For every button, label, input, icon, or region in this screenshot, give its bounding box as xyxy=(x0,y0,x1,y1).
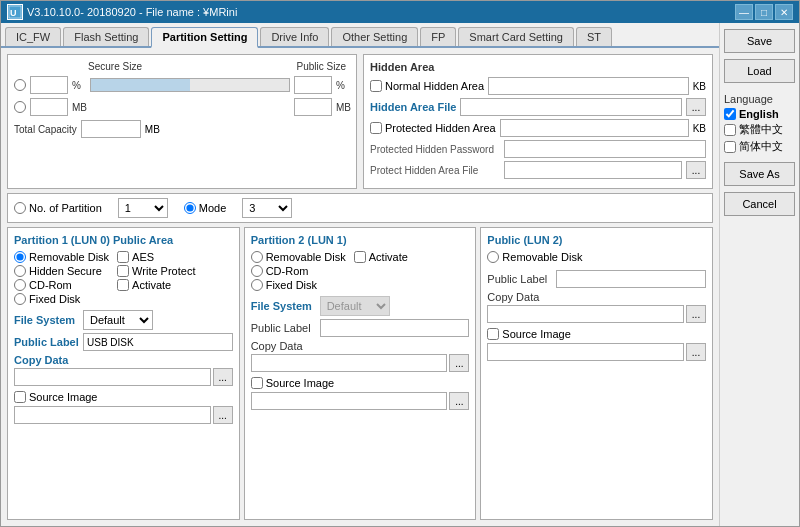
p2-fixed-label[interactable]: Fixed Disk xyxy=(251,279,346,291)
protected-hidden-input[interactable] xyxy=(500,119,689,137)
p2-copy-data-input[interactable] xyxy=(251,354,448,372)
hidden-area-file-browse[interactable]: ... xyxy=(686,98,706,116)
p1-aes-checkbox[interactable] xyxy=(117,251,129,263)
protected-hidden-checkbox[interactable] xyxy=(370,122,382,134)
save-as-button[interactable]: Save As xyxy=(724,162,795,186)
normal-hidden-checkbox[interactable] xyxy=(370,80,382,92)
p1-fixed-radio[interactable] xyxy=(14,293,26,305)
normal-hidden-input[interactable] xyxy=(488,77,689,95)
size-slider-container xyxy=(90,78,290,92)
p1-write-protect-checkbox[interactable] xyxy=(117,265,129,277)
load-button[interactable]: Load xyxy=(724,59,795,83)
p2-source-image-label[interactable]: Source Image xyxy=(251,377,334,389)
p2-activate-checkbox[interactable] xyxy=(354,251,366,263)
tab-drive-info[interactable]: Drive Info xyxy=(260,27,329,46)
p1-copy-data-input[interactable] xyxy=(14,368,211,386)
p3-copy-data-input[interactable] xyxy=(487,305,684,323)
tab-st[interactable]: ST xyxy=(576,27,612,46)
p1-activate-label[interactable]: Activate xyxy=(117,279,195,291)
p1-removable-radio[interactable] xyxy=(14,251,26,263)
secure-size-mb-input[interactable] xyxy=(30,98,68,116)
p1-activate-checkbox[interactable] xyxy=(117,279,129,291)
tab-fp[interactable]: FP xyxy=(420,27,456,46)
tab-other-setting[interactable]: Other Setting xyxy=(331,27,418,46)
p2-source-image-input[interactable] xyxy=(251,392,448,410)
p3-removable-label[interactable]: Removable Disk xyxy=(487,251,706,263)
p2-source-image-checkbox[interactable] xyxy=(251,377,263,389)
p1-copy-data-row: Copy Data ... xyxy=(14,354,233,386)
protect-file-browse[interactable]: ... xyxy=(686,161,706,179)
p2-activate-label[interactable]: Activate xyxy=(354,251,408,263)
mode-select[interactable]: 1 2 3 4 xyxy=(242,198,292,218)
p1-copy-data-browse[interactable]: ... xyxy=(213,368,233,386)
p1-source-image-input[interactable] xyxy=(14,406,211,424)
tab-flash-setting[interactable]: Flash Setting xyxy=(63,27,149,46)
lang-zh-tw-label[interactable]: 繁體中文 xyxy=(724,122,795,137)
lang-zh-cn-checkbox[interactable] xyxy=(724,141,736,153)
size-percent-radio[interactable] xyxy=(14,79,26,91)
p2-fixed-radio[interactable] xyxy=(251,279,263,291)
secure-size-percent-input[interactable] xyxy=(30,76,68,94)
p1-cdrom-label[interactable]: CD-Rom xyxy=(14,279,109,291)
hidden-area-file-input[interactable] xyxy=(460,98,682,116)
p1-write-protect-label[interactable]: Write Protect xyxy=(117,265,195,277)
total-capacity-input[interactable] xyxy=(81,120,141,138)
lang-english-label[interactable]: English xyxy=(724,108,795,120)
p1-source-image-label[interactable]: Source Image xyxy=(14,391,97,403)
lang-zh-cn-label[interactable]: 简体中文 xyxy=(724,139,795,154)
size-slider[interactable] xyxy=(90,78,290,92)
p3-source-image-input[interactable] xyxy=(487,343,684,361)
tab-smart-card[interactable]: Smart Card Setting xyxy=(458,27,574,46)
p1-source-image-browse[interactable]: ... xyxy=(213,406,233,424)
normal-hidden-label[interactable]: Normal Hidden Area xyxy=(370,80,484,92)
p1-cdrom-radio[interactable] xyxy=(14,279,26,291)
lang-zh-tw-checkbox[interactable] xyxy=(724,124,736,136)
p3-source-image-checkbox[interactable] xyxy=(487,328,499,340)
p2-removable-radio[interactable] xyxy=(251,251,263,263)
p2-removable-label[interactable]: Removable Disk xyxy=(251,251,346,263)
p2-copy-data-row: Copy Data ... xyxy=(251,340,470,372)
p2-public-label-input[interactable] xyxy=(320,319,470,337)
no-of-partition-select[interactable]: 1 2 3 xyxy=(118,198,168,218)
p1-aes-label[interactable]: AES xyxy=(117,251,195,263)
p1-public-label-input[interactable] xyxy=(83,333,233,351)
save-button[interactable]: Save xyxy=(724,29,795,53)
p1-fs-select[interactable]: Default FAT FAT32 exFAT NTFS xyxy=(83,310,153,330)
cancel-button[interactable]: Cancel xyxy=(724,192,795,216)
minimize-button[interactable]: — xyxy=(735,4,753,20)
p2-fs-select[interactable]: Default xyxy=(320,296,390,316)
p2-fs-label: File System xyxy=(251,300,316,312)
p2-source-image-browse[interactable]: ... xyxy=(449,392,469,410)
p1-source-image-checkbox[interactable] xyxy=(14,391,26,403)
tab-partition-setting[interactable]: Partition Setting xyxy=(151,27,258,48)
p1-removable-label[interactable]: Removable Disk xyxy=(14,251,109,263)
p3-copy-data-browse[interactable]: ... xyxy=(686,305,706,323)
public-size-percent-input[interactable] xyxy=(294,76,332,94)
mode-radio-label[interactable]: Mode xyxy=(184,202,227,214)
p3-public-label-input[interactable] xyxy=(556,270,706,288)
lang-english-checkbox[interactable] xyxy=(724,108,736,120)
p2-cdrom-label[interactable]: CD-Rom xyxy=(251,265,346,277)
public-size-mb-input[interactable] xyxy=(294,98,332,116)
tab-ic-fw[interactable]: IC_FW xyxy=(5,27,61,46)
no-of-partition-label[interactable]: No. of Partition xyxy=(14,202,102,214)
p1-fixed-label[interactable]: Fixed Disk xyxy=(14,293,109,305)
protected-password-input[interactable] xyxy=(504,140,706,158)
p1-label-row: Public Label xyxy=(14,333,233,351)
maximize-button[interactable]: □ xyxy=(755,4,773,20)
size-mb-radio[interactable] xyxy=(14,101,26,113)
p3-source-image-label[interactable]: Source Image xyxy=(487,328,570,340)
p1-hidden-label[interactable]: Hidden Secure xyxy=(14,265,109,277)
p2-cdrom-radio[interactable] xyxy=(251,265,263,277)
p3-removable-radio[interactable] xyxy=(487,251,499,263)
p3-source-image-browse[interactable]: ... xyxy=(686,343,706,361)
protect-file-row: Protect Hidden Area File ... xyxy=(370,161,706,179)
p1-hidden-radio[interactable] xyxy=(14,265,26,277)
close-button[interactable]: ✕ xyxy=(775,4,793,20)
normal-hidden-row: Normal Hidden Area KB xyxy=(370,77,706,95)
no-of-partition-radio[interactable] xyxy=(14,202,26,214)
protected-hidden-label[interactable]: Protected Hidden Area xyxy=(370,122,496,134)
mode-radio[interactable] xyxy=(184,202,196,214)
p2-copy-data-browse[interactable]: ... xyxy=(449,354,469,372)
protect-file-input[interactable] xyxy=(504,161,682,179)
